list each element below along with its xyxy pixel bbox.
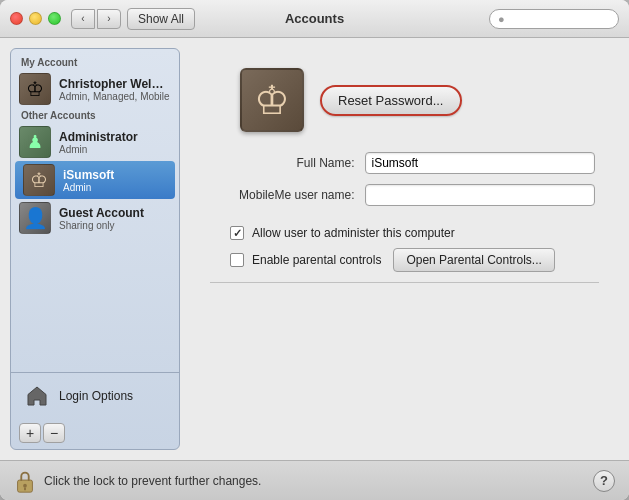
account-name-guest: Guest Account [59,206,144,220]
parental-controls-row: Enable parental controls Open Parental C… [230,248,599,272]
account-name-isumsoft: iSumsoft [63,168,114,182]
allow-admin-row: Allow user to administer this computer [230,226,599,240]
account-item-christopher[interactable]: ♔ Christopher Welker Admin, Managed, Mob… [11,70,179,108]
sidebar-footer: Login Options [11,372,179,419]
account-item-isumsoft[interactable]: ♔ iSumsoft Admin [15,161,175,199]
content-area: My Account ♔ Christopher Welker Admin, M… [0,38,629,460]
accounts-window: ‹ › Show All Accounts ● My Account ♔ Ch [0,0,629,500]
remove-account-button[interactable]: − [43,423,65,443]
lock-icon [14,468,36,494]
allow-admin-label: Allow user to administer this computer [252,226,455,240]
open-parental-button[interactable]: Open Parental Controls... [393,248,554,272]
forward-button[interactable]: › [97,9,121,29]
sidebar-bottom-buttons: + − [11,419,179,449]
window-title: Accounts [285,11,344,26]
full-name-input[interactable] [365,152,595,174]
avatar-isumsoft: ♔ [23,164,55,196]
reset-password-button[interactable]: Reset Password... [320,85,462,116]
lock-text: Click the lock to prevent further change… [44,474,261,488]
parental-controls-label: Enable parental controls [252,253,381,267]
add-account-button[interactable]: + [19,423,41,443]
traffic-lights [10,12,61,25]
account-role-guest: Sharing only [59,220,144,231]
form-area: Full Name: MobileMe user name: [215,152,595,206]
house-icon [23,382,51,410]
divider [210,282,599,283]
avatar-administrator: ♟ [19,126,51,158]
mobileme-row: MobileMe user name: [215,184,595,206]
full-name-label: Full Name: [215,156,355,170]
login-options-item[interactable]: Login Options [19,379,171,413]
allow-admin-checkbox[interactable] [230,226,244,240]
minimize-button[interactable] [29,12,42,25]
avatar-christopher: ♔ [19,73,51,105]
account-role-isumsoft: Admin [63,182,114,193]
other-accounts-section-label: Other Accounts [11,108,179,123]
maximize-button[interactable] [48,12,61,25]
mobileme-label: MobileMe user name: [215,188,355,202]
sidebar-list: My Account ♔ Christopher Welker Admin, M… [11,49,179,372]
avatar-guest: 👤 [19,202,51,234]
account-name-administrator: Administrator [59,130,138,144]
login-options-label: Login Options [59,389,133,403]
search-icon: ● [498,13,505,25]
checkboxes-area: Allow user to administer this computer E… [210,226,599,272]
account-name-christopher: Christopher Welker [59,77,169,91]
main-panel: ♔ Reset Password... Full Name: MobileMe … [190,48,619,450]
help-button[interactable]: ? [593,470,615,492]
account-item-administrator[interactable]: ♟ Administrator Admin [11,123,179,161]
mobileme-input[interactable] [365,184,595,206]
parental-controls-checkbox[interactable] [230,253,244,267]
sidebar: My Account ♔ Christopher Welker Admin, M… [10,48,180,450]
account-role-christopher: Admin, Managed, Mobile [59,91,170,102]
search-input[interactable] [509,13,610,25]
bottom-bar: Click the lock to prevent further change… [0,460,629,500]
search-box[interactable]: ● [489,9,619,29]
my-account-section-label: My Account [11,55,179,70]
account-item-guest[interactable]: 👤 Guest Account Sharing only [11,199,179,237]
user-header: ♔ Reset Password... [240,68,462,132]
close-button[interactable] [10,12,23,25]
nav-buttons: ‹ › [71,9,121,29]
svg-point-1 [23,483,27,487]
full-name-row: Full Name: [215,152,595,174]
back-button[interactable]: ‹ [71,9,95,29]
large-avatar: ♔ [240,68,304,132]
show-all-button[interactable]: Show All [127,8,195,30]
account-role-administrator: Admin [59,144,138,155]
titlebar: ‹ › Show All Accounts ● [0,0,629,38]
lock-button[interactable]: Click the lock to prevent further change… [14,468,261,494]
